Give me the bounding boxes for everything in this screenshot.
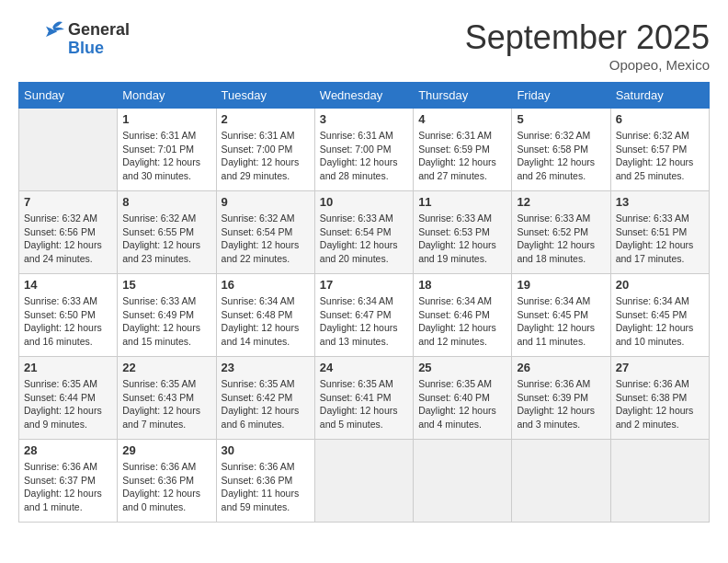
day-info: Sunrise: 6:32 AMSunset: 6:54 PMDaylight:… [222, 212, 310, 266]
weekday-header-friday: Friday [512, 83, 610, 109]
day-info: Sunrise: 6:35 AMSunset: 6:41 PMDaylight:… [320, 377, 408, 431]
day-number: 23 [222, 361, 310, 374]
calendar-cell [414, 440, 512, 523]
logo-general: General [68, 20, 130, 39]
day-number: 7 [24, 195, 112, 209]
day-number: 29 [122, 443, 210, 457]
weekday-header-tuesday: Tuesday [216, 83, 314, 109]
day-number: 18 [418, 278, 506, 292]
page-header: ➤ ▲ General Blue September 2025 Opopeo, … [18, 18, 710, 73]
day-info: Sunrise: 6:33 AMSunset: 6:49 PMDaylight:… [122, 294, 210, 349]
calendar-cell: 3Sunrise: 6:31 AMSunset: 7:00 PMDaylight… [314, 109, 413, 191]
day-info: Sunrise: 6:35 AMSunset: 6:44 PMDaylight:… [24, 377, 112, 431]
day-info: Sunrise: 6:34 AMSunset: 6:45 PMDaylight:… [616, 294, 704, 349]
calendar-cell: 9Sunrise: 6:32 AMSunset: 6:54 PMDaylight… [216, 191, 314, 274]
day-number: 3 [320, 112, 408, 126]
calendar-cell: 5Sunrise: 6:32 AMSunset: 6:58 PMDaylight… [512, 109, 610, 191]
calendar-week-row: 1Sunrise: 6:31 AMSunset: 7:01 PMDaylight… [19, 109, 710, 191]
location-subtitle: Opopeo, Mexico [465, 57, 710, 73]
calendar-cell: 17Sunrise: 6:34 AMSunset: 6:47 PMDayligh… [314, 274, 413, 357]
calendar-cell: 27Sunrise: 6:36 AMSunset: 6:38 PMDayligh… [610, 357, 709, 440]
calendar-cell: 13Sunrise: 6:33 AMSunset: 6:51 PMDayligh… [610, 191, 709, 274]
calendar-cell: 7Sunrise: 6:32 AMSunset: 6:56 PMDaylight… [19, 191, 118, 274]
calendar-cell: 8Sunrise: 6:32 AMSunset: 6:55 PMDaylight… [118, 191, 216, 274]
day-info: Sunrise: 6:35 AMSunset: 6:40 PMDaylight:… [418, 377, 506, 431]
day-number: 4 [418, 112, 506, 126]
calendar-cell: 26Sunrise: 6:36 AMSunset: 6:39 PMDayligh… [512, 357, 610, 440]
day-number: 6 [616, 112, 704, 126]
calendar-cell: 25Sunrise: 6:35 AMSunset: 6:40 PMDayligh… [414, 357, 512, 440]
day-info: Sunrise: 6:34 AMSunset: 6:47 PMDaylight:… [320, 294, 408, 349]
day-info: Sunrise: 6:34 AMSunset: 6:45 PMDaylight:… [517, 294, 605, 349]
calendar-week-row: 14Sunrise: 6:33 AMSunset: 6:50 PMDayligh… [19, 274, 710, 357]
day-info: Sunrise: 6:32 AMSunset: 6:58 PMDaylight:… [517, 129, 605, 183]
day-info: Sunrise: 6:36 AMSunset: 6:39 PMDaylight:… [517, 377, 605, 431]
day-info: Sunrise: 6:33 AMSunset: 6:50 PMDaylight:… [24, 294, 112, 349]
day-number: 10 [320, 195, 408, 209]
calendar-week-row: 7Sunrise: 6:32 AMSunset: 6:56 PMDaylight… [19, 191, 710, 274]
title-area: September 2025 Opopeo, Mexico [465, 18, 710, 73]
day-number: 13 [616, 195, 704, 209]
day-number: 25 [418, 361, 506, 374]
day-number: 24 [320, 361, 408, 374]
day-number: 14 [24, 278, 112, 292]
calendar-cell: 12Sunrise: 6:33 AMSunset: 6:52 PMDayligh… [512, 191, 610, 274]
day-number: 1 [122, 112, 210, 126]
day-info: Sunrise: 6:32 AMSunset: 6:55 PMDaylight:… [122, 212, 210, 266]
calendar-cell: 24Sunrise: 6:35 AMSunset: 6:41 PMDayligh… [314, 357, 413, 440]
day-number: 9 [222, 195, 310, 209]
logo: ➤ ▲ General Blue [18, 18, 130, 60]
calendar-cell [610, 440, 709, 523]
calendar-cell: 14Sunrise: 6:33 AMSunset: 6:50 PMDayligh… [19, 274, 118, 357]
day-info: Sunrise: 6:34 AMSunset: 6:46 PMDaylight:… [418, 294, 506, 349]
calendar-week-row: 21Sunrise: 6:35 AMSunset: 6:44 PMDayligh… [19, 357, 710, 440]
day-number: 15 [122, 278, 210, 292]
calendar-cell: 28Sunrise: 6:36 AMSunset: 6:37 PMDayligh… [19, 440, 118, 523]
weekday-header-sunday: Sunday [19, 83, 118, 109]
calendar-cell: 6Sunrise: 6:32 AMSunset: 6:57 PMDaylight… [610, 109, 709, 191]
day-number: 19 [517, 278, 605, 292]
day-number: 8 [122, 195, 210, 209]
calendar-cell: 23Sunrise: 6:35 AMSunset: 6:42 PMDayligh… [216, 357, 314, 440]
day-info: Sunrise: 6:31 AMSunset: 7:00 PMDaylight:… [222, 129, 310, 183]
calendar-cell: 29Sunrise: 6:36 AMSunset: 6:36 PMDayligh… [118, 440, 216, 523]
month-title: September 2025 [465, 18, 710, 57]
calendar-cell [19, 109, 118, 191]
day-info: Sunrise: 6:32 AMSunset: 6:56 PMDaylight:… [24, 212, 112, 266]
day-info: Sunrise: 6:31 AMSunset: 6:59 PMDaylight:… [418, 129, 506, 183]
calendar-cell: 1Sunrise: 6:31 AMSunset: 7:01 PMDaylight… [118, 109, 216, 191]
logo-blue: Blue [68, 39, 104, 57]
day-info: Sunrise: 6:32 AMSunset: 6:57 PMDaylight:… [616, 129, 704, 183]
calendar-header-row: SundayMondayTuesdayWednesdayThursdayFrid… [19, 83, 710, 109]
day-number: 30 [222, 443, 310, 457]
day-number: 21 [24, 361, 112, 374]
weekday-header-saturday: Saturday [610, 83, 709, 109]
calendar-cell: 15Sunrise: 6:33 AMSunset: 6:49 PMDayligh… [118, 274, 216, 357]
day-info: Sunrise: 6:33 AMSunset: 6:52 PMDaylight:… [517, 212, 605, 266]
day-info: Sunrise: 6:36 AMSunset: 6:36 PMDaylight:… [222, 460, 310, 514]
calendar-cell: 2Sunrise: 6:31 AMSunset: 7:00 PMDaylight… [216, 109, 314, 191]
calendar-cell: 18Sunrise: 6:34 AMSunset: 6:46 PMDayligh… [414, 274, 512, 357]
day-number: 28 [24, 443, 112, 457]
calendar-cell: 19Sunrise: 6:34 AMSunset: 6:45 PMDayligh… [512, 274, 610, 357]
day-number: 11 [418, 195, 506, 209]
day-number: 22 [122, 361, 210, 374]
calendar-cell: 21Sunrise: 6:35 AMSunset: 6:44 PMDayligh… [19, 357, 118, 440]
day-number: 2 [222, 112, 310, 126]
day-info: Sunrise: 6:33 AMSunset: 6:51 PMDaylight:… [616, 212, 704, 266]
day-info: Sunrise: 6:31 AMSunset: 7:01 PMDaylight:… [122, 129, 210, 183]
calendar-week-row: 28Sunrise: 6:36 AMSunset: 6:37 PMDayligh… [19, 440, 710, 523]
day-info: Sunrise: 6:33 AMSunset: 6:54 PMDaylight:… [320, 212, 408, 266]
calendar-cell [314, 440, 413, 523]
day-info: Sunrise: 6:31 AMSunset: 7:00 PMDaylight:… [320, 129, 408, 183]
day-info: Sunrise: 6:35 AMSunset: 6:43 PMDaylight:… [122, 377, 210, 431]
day-number: 5 [517, 112, 605, 126]
day-info: Sunrise: 6:33 AMSunset: 6:53 PMDaylight:… [418, 212, 506, 266]
day-number: 12 [517, 195, 605, 209]
calendar-cell: 22Sunrise: 6:35 AMSunset: 6:43 PMDayligh… [118, 357, 216, 440]
calendar-cell: 11Sunrise: 6:33 AMSunset: 6:53 PMDayligh… [414, 191, 512, 274]
calendar-cell [512, 440, 610, 523]
weekday-header-wednesday: Wednesday [314, 83, 413, 109]
day-info: Sunrise: 6:35 AMSunset: 6:42 PMDaylight:… [222, 377, 310, 431]
weekday-header-thursday: Thursday [414, 83, 512, 109]
